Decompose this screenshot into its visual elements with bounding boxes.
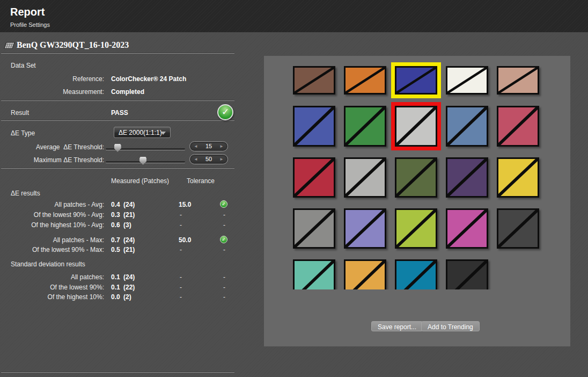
tolerance-dash: - [180, 284, 182, 291]
color-patch[interactable] [446, 157, 488, 198]
diagonal-split-line [396, 107, 436, 145]
measured-value: 0.5 [111, 246, 120, 253]
divider [1, 120, 234, 121]
color-patch[interactable] [344, 66, 386, 95]
measured-count: (21) [123, 246, 135, 253]
color-patch[interactable] [344, 259, 386, 289]
stepper-right-arrow-icon[interactable]: ► [219, 144, 224, 149]
color-patch[interactable] [446, 259, 488, 289]
color-patch[interactable] [344, 208, 386, 249]
color-patch[interactable] [395, 157, 437, 198]
tolerance-dash: - [180, 293, 182, 301]
table-row-label: All patches: [0, 273, 104, 281]
diagonal-split-line [447, 159, 487, 196]
measured-value: 0.3 [111, 211, 120, 219]
de-type-label: ΔE Type [11, 129, 35, 137]
color-patch[interactable] [293, 66, 335, 95]
table-row-label: Of the highest 10%: [0, 293, 104, 301]
diagonal-split-line [447, 107, 487, 145]
patch-row [293, 157, 554, 202]
table-row-label: Of the lowest 90%: [0, 284, 104, 291]
measured-value: 0.4 [111, 201, 120, 208]
measured-count: (3) [123, 221, 131, 229]
add-to-trending-button[interactable]: Add to Trending [421, 321, 480, 331]
measured-value: 0.6 [111, 221, 120, 229]
diagonal-split-line [295, 159, 334, 196]
reference-value: ColorChecker® 24 Patch [111, 75, 186, 83]
diagonal-split-line [295, 261, 334, 289]
measurement-label: Measurement: [0, 88, 104, 96]
color-patch-highlighted-yellow[interactable] [395, 66, 437, 95]
average-threshold-label: Average ΔE Threshold: [0, 143, 104, 151]
diagonal-split-line [295, 68, 334, 93]
color-patch[interactable] [446, 66, 488, 95]
tolerance-dash: - [180, 246, 182, 253]
table-section-title: ΔE results [11, 190, 40, 197]
color-patch[interactable] [344, 106, 386, 147]
color-patch[interactable] [395, 259, 437, 289]
maximum-threshold-stepper[interactable]: ◄ 50 ► [189, 154, 228, 164]
color-patch[interactable] [293, 157, 335, 198]
result-value: PASS [111, 109, 128, 117]
table-section-title: Standard deviation results [11, 260, 85, 268]
color-patch-highlighted-red[interactable] [395, 106, 437, 147]
color-patch[interactable] [293, 259, 335, 289]
pass-check-icon [217, 104, 233, 120]
divider [1, 53, 234, 54]
measured-value: 0.0 [111, 293, 120, 301]
save-report-button[interactable]: Save report... [371, 321, 423, 331]
de-type-dropdown[interactable]: ΔE 2000(1:1:1) [114, 127, 171, 138]
diagonal-split-line [396, 68, 436, 93]
color-patch[interactable] [497, 208, 539, 249]
patch-row [293, 106, 554, 151]
measured-column-header: Measured (Patches) [111, 177, 169, 185]
color-patch[interactable] [395, 208, 437, 249]
color-patch[interactable] [497, 106, 539, 147]
color-patch[interactable] [293, 208, 335, 249]
report-icon [4, 41, 16, 50]
result-label: Result [11, 109, 29, 117]
diagonal-split-line [295, 107, 334, 145]
measured-count: (24) [123, 273, 135, 281]
diagonal-split-line [346, 261, 385, 289]
status-dash: - [223, 293, 225, 301]
status-dash: - [223, 273, 225, 281]
table-row-label: All patches - Avg: [0, 201, 104, 208]
diagonal-split-line [346, 159, 385, 196]
color-patch[interactable] [497, 157, 539, 198]
status-dash: - [223, 221, 225, 229]
diagonal-split-line [498, 210, 538, 247]
diagonal-split-line [498, 159, 538, 196]
divider [1, 100, 234, 101]
stepper-right-arrow-icon[interactable]: ► [219, 157, 224, 162]
color-patch[interactable] [497, 66, 539, 95]
tolerance-dash: - [180, 211, 182, 219]
average-threshold-stepper[interactable]: ◄ 15 ► [189, 141, 228, 151]
page-title: Report [10, 6, 45, 18]
maximum-threshold-slider-thumb[interactable] [139, 157, 146, 165]
diagonal-split-line [447, 210, 487, 247]
diagonal-split-line [396, 159, 436, 196]
divider [1, 372, 234, 373]
status-dash: - [223, 246, 225, 253]
pass-check-icon [220, 236, 227, 243]
tolerance-value: 15.0 [179, 201, 191, 208]
diagonal-split-line [447, 68, 487, 93]
diagonal-split-line [498, 107, 538, 145]
measured-value: 0.1 [111, 284, 120, 291]
color-patch[interactable] [293, 106, 335, 147]
diagonal-split-line [295, 210, 334, 247]
tolerance-column-header: Tolerance [187, 177, 215, 185]
measured-value: 0.1 [111, 273, 120, 281]
color-patch[interactable] [446, 106, 488, 147]
tolerance-dash: - [180, 273, 182, 281]
diagonal-split-line [346, 210, 385, 247]
average-threshold-slider-thumb[interactable] [114, 144, 121, 152]
color-patch[interactable] [446, 208, 488, 249]
diagonal-split-line [396, 261, 436, 289]
table-row-label: All patches - Max: [0, 236, 104, 244]
de-type-selected: ΔE 2000(1:1:1) [119, 129, 162, 136]
color-patch[interactable] [344, 157, 386, 198]
measured-count: (24) [123, 201, 135, 208]
page-header: Report Profile Settings [0, 0, 588, 32]
